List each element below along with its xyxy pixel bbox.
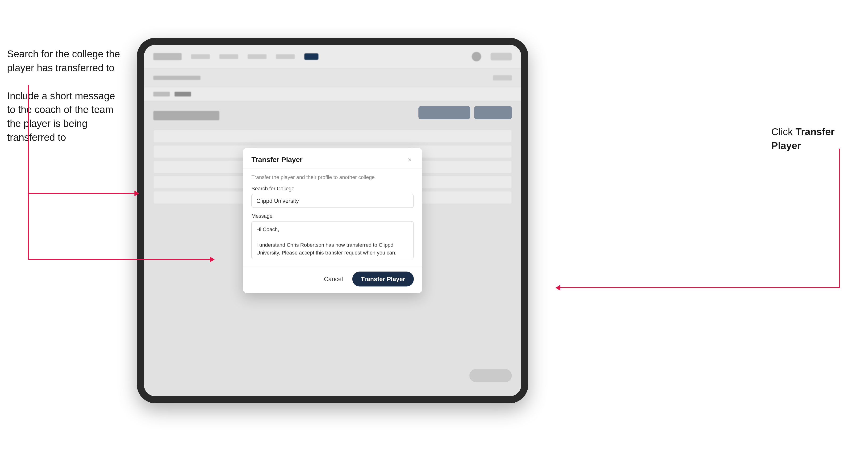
cancel-button[interactable]: Cancel: [319, 273, 348, 286]
message-label: Message: [251, 213, 414, 219]
transfer-player-modal: Transfer Player × Transfer the player an…: [243, 148, 422, 293]
tablet-screen: Transfer Player × Transfer the player an…: [144, 45, 521, 396]
modal-close-button[interactable]: ×: [406, 156, 414, 163]
modal-footer: Cancel Transfer Player: [243, 267, 422, 293]
modal-header: Transfer Player ×: [243, 148, 422, 168]
annotation-click-text: Click Transfer Player: [771, 125, 861, 153]
annotation-right: Click Transfer Player: [771, 125, 861, 167]
svg-marker-8: [555, 285, 560, 290]
message-textarea[interactable]: Hi Coach, I understand Chris Robertson h…: [251, 221, 414, 259]
search-college-label: Search for College: [251, 186, 414, 192]
search-college-input[interactable]: [251, 194, 414, 208]
modal-title: Transfer Player: [251, 156, 303, 164]
annotation-message-text: Include a short message to the coach of …: [7, 89, 130, 145]
modal-subtitle: Transfer the player and their profile to…: [251, 174, 414, 181]
transfer-player-button[interactable]: Transfer Player: [352, 272, 414, 286]
annotation-search-text: Search for the college the player has tr…: [7, 47, 130, 75]
tablet-frame: Transfer Player × Transfer the player an…: [137, 38, 528, 403]
modal-body: Transfer the player and their profile to…: [243, 168, 422, 267]
annotation-left: Search for the college the player has tr…: [7, 47, 130, 159]
